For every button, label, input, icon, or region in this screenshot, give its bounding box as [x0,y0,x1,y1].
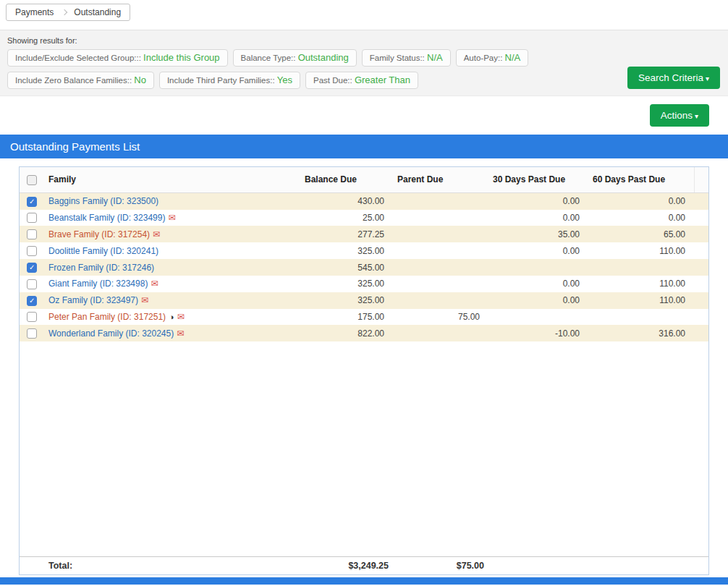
table-row: Peter Pan Family (ID: 317251)◑✉175.0075.… [20,309,708,326]
past-due-30-cell: 0.00 [488,292,588,309]
payments-table-container: FamilyBalance DueParent Due30 Days Past … [19,166,709,575]
table-empty-space [20,341,708,556]
family-link[interactable]: Frozen Family (ID: 317246) [48,263,154,273]
actions-button[interactable]: Actions▾ [650,104,709,127]
breadcrumb-item-payments[interactable]: Payments [15,7,54,17]
past-due-30-cell [488,259,588,276]
past-due-60-cell: 0.00 [588,192,694,209]
family-link[interactable]: Beanstalk Family (ID: 323499) [48,213,165,223]
envelope-icon[interactable]: ✉ [141,295,148,305]
family-link[interactable]: Giant Family (ID: 323498) [48,279,148,289]
past-due-30-cell: 0.00 [488,276,588,292]
column-header-60-days-past-due[interactable]: 60 Days Past Due [588,167,694,192]
balance-due-cell: 545.00 [300,259,393,276]
column-header-parent-due[interactable]: Parent Due [393,167,488,192]
half-circle-icon: ◑ [169,313,174,321]
row-checkbox[interactable] [27,197,37,207]
table-row: Oz Family (ID: 323497)✉325.000.00110.00 [20,292,708,309]
past-due-60-cell [588,309,694,326]
page-title: Outstanding Payments List [10,140,140,153]
search-criteria-label: Search Criteria [638,72,703,83]
filter-pill[interactable]: Include Third Party Families:: Yes [159,72,300,89]
row-checkbox[interactable] [27,229,37,239]
breadcrumb-item-outstanding[interactable]: Outstanding [74,7,121,17]
family-link[interactable]: Baggins Family (ID: 323500) [48,196,158,206]
caret-down-icon: ▾ [706,75,709,82]
filter-pill[interactable]: Past Due:: Greater Than [305,72,418,89]
search-criteria-button[interactable]: Search Criteria▾ [627,67,720,89]
filter-pill-value: N/A [505,52,521,63]
column-header-family[interactable]: Family [44,167,300,192]
total-parent-due: $75.00 [393,557,488,575]
past-due-60-cell: 110.00 [588,276,694,292]
actions-toolbar: Actions▾ [0,96,728,135]
filter-pill-label: Include Third Party Families:: [167,76,277,85]
select-all-checkbox[interactable] [27,175,37,185]
past-due-30-cell: 0.00 [488,192,588,209]
past-due-30-cell: -10.00 [488,325,588,341]
balance-due-cell: 325.00 [300,292,393,309]
filter-pill[interactable]: Include Zero Balance Families:: No [7,72,154,89]
filter-pill-value: Outstanding [298,52,349,63]
balance-due-cell: 325.00 [300,242,393,259]
parent-due-cell [393,325,488,341]
envelope-icon[interactable]: ✉ [151,279,158,289]
column-header-balance-due[interactable]: Balance Due [300,167,393,192]
envelope-icon[interactable]: ✉ [177,312,185,322]
family-link[interactable]: Doolittle Family (ID: 320241) [48,246,158,256]
payments-table: FamilyBalance DueParent Due30 Days Past … [20,167,708,341]
family-link[interactable]: Peter Pan Family (ID: 317251) [48,312,166,322]
filter-pill-label: Include Zero Balance Families:: [15,76,134,85]
row-checkbox[interactable] [27,213,37,223]
parent-due-cell [393,226,488,242]
filter-pill[interactable]: Auto-Pay:: N/A [456,49,529,67]
filter-pill[interactable]: Include/Exclude Selected Group::: Includ… [7,49,228,67]
parent-due-cell [393,210,488,226]
bottom-accent-bar [0,577,728,585]
row-checkbox[interactable] [27,296,37,306]
filter-pill[interactable]: Family Status:: N/A [362,49,451,67]
parent-due-cell [393,276,488,292]
filter-pill-label: Auto-Pay:: [464,54,505,62]
filter-pill-label: Balance Type:: [241,54,298,62]
select-all-header-cell [20,167,44,192]
breadcrumb-separator-icon [62,9,67,15]
family-link[interactable]: Brave Family (ID: 317254) [48,229,150,239]
total-balance-due: $3,249.25 [300,557,393,575]
envelope-icon[interactable]: ✉ [177,328,184,339]
table-row: Wonderland Family (ID: 320245)✉822.00-10… [20,325,708,341]
parent-due-cell [393,242,488,259]
balance-due-cell: 325.00 [300,276,393,292]
search-results-summary-panel: Showing results for: Include/Exclude Sel… [0,30,728,96]
row-checkbox[interactable] [27,263,37,273]
filter-pill-value: Include this Group [143,52,220,63]
envelope-icon[interactable]: ✉ [153,229,160,239]
table-header-row: FamilyBalance DueParent Due30 Days Past … [20,167,708,192]
table-row: Frozen Family (ID: 317246)545.00 [20,259,708,276]
showing-results-label: Showing results for: [7,36,721,45]
column-header-30-days-past-due[interactable]: 30 Days Past Due [488,167,588,192]
parent-due-cell [393,292,488,309]
past-due-60-cell [588,259,694,276]
filter-pill-value: Yes [277,75,292,85]
page: Payments Outstanding Showing results for… [0,0,728,586]
row-checkbox[interactable] [27,312,37,322]
table-row: Brave Family (ID: 317254)✉277.2535.0065.… [20,226,708,242]
past-due-60-cell: 110.00 [588,292,694,309]
row-checkbox[interactable] [27,328,37,339]
actions-label: Actions [661,110,693,121]
table-row: Giant Family (ID: 323498)✉325.000.00110.… [20,276,708,292]
row-checkbox[interactable] [27,279,37,289]
filter-pill-value: No [134,75,146,85]
family-link[interactable]: Wonderland Family (ID: 320245) [48,328,174,339]
filter-pill-label: Past Due:: [313,76,355,85]
past-due-60-cell: 316.00 [588,325,694,341]
caret-down-icon: ▾ [695,112,698,120]
envelope-icon[interactable]: ✉ [168,213,175,223]
row-checkbox[interactable] [27,246,37,256]
filter-pill-value: Greater Than [355,75,410,85]
balance-due-cell: 175.00 [300,309,393,326]
filter-pill[interactable]: Balance Type:: Outstanding [233,49,357,67]
family-link[interactable]: Oz Family (ID: 323497) [48,295,138,305]
balance-due-cell: 277.25 [300,226,393,242]
